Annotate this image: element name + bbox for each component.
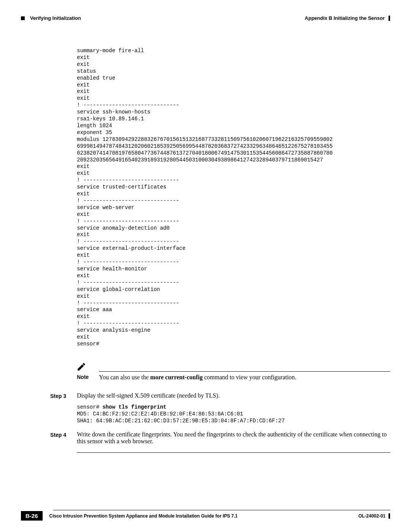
- footer-title: Cisco Intrusion Prevention System Applia…: [48, 513, 358, 519]
- note-rule: [99, 371, 390, 372]
- svg-marker-1: [83, 363, 85, 366]
- step-3-output: MD5: C4:BC:F2:92:C2:E2:4D:EB:92:0F:E4:86…: [77, 411, 285, 424]
- step-4: Step 4 Write down the certificate finger…: [21, 431, 390, 445]
- note-text-before: You can also use the: [99, 374, 150, 380]
- header-bar-icon: [389, 16, 390, 21]
- appendix-title: Appendix B Initializing the Sensor: [305, 15, 385, 21]
- config-code-block: summary-mode fire-all exit exit status e…: [77, 48, 390, 348]
- note-bold-command: more current-config: [150, 374, 203, 380]
- step-3: Step 3 Display the self-signed X.509 cer…: [21, 392, 390, 425]
- step-3-label: Step 3: [50, 392, 77, 425]
- page-number: B-26: [21, 511, 43, 521]
- note-text-row: Note You can also use the more current-c…: [77, 374, 390, 381]
- step-4-body: Write down the certificate fingerprints.…: [77, 431, 390, 445]
- note-body: You can also use the more current-config…: [99, 374, 296, 381]
- end-rule: [77, 452, 390, 453]
- note-label: Note: [77, 374, 99, 381]
- step-3-body: Display the self-signed X.509 certificat…: [77, 392, 390, 425]
- note-block: Note You can also use the more current-c…: [77, 362, 390, 381]
- page-footer: B-26 Cisco Intrusion Prevention System A…: [21, 510, 390, 521]
- square-bullet-icon: [21, 16, 25, 20]
- step-3-prompt: sensor#: [77, 404, 102, 410]
- footer-rule: [53, 510, 390, 510]
- step-3-text: Display the self-signed X.509 certificat…: [77, 392, 390, 399]
- section-title: Verifying Initialization: [30, 15, 81, 21]
- step-4-label: Step 4: [50, 431, 77, 445]
- footer-docid: OL-24002-01: [358, 513, 386, 519]
- header-right: Appendix B Initializing the Sensor: [305, 15, 390, 21]
- note-text-after: command to view your configuration.: [202, 374, 296, 380]
- step-3-command: show tls fingerprint: [102, 404, 166, 410]
- footer-bar-icon: [389, 513, 390, 519]
- step-4-text: Write down the certificate fingerprints.…: [77, 431, 390, 445]
- header-left: Verifying Initialization: [21, 15, 81, 21]
- step-3-code: sensor# show tls fingerprint MD5: C4:BC:…: [77, 404, 390, 425]
- page-header: Verifying Initialization Appendix B Init…: [21, 15, 390, 21]
- pencil-icon: [77, 362, 390, 371]
- svg-marker-0: [78, 364, 84, 371]
